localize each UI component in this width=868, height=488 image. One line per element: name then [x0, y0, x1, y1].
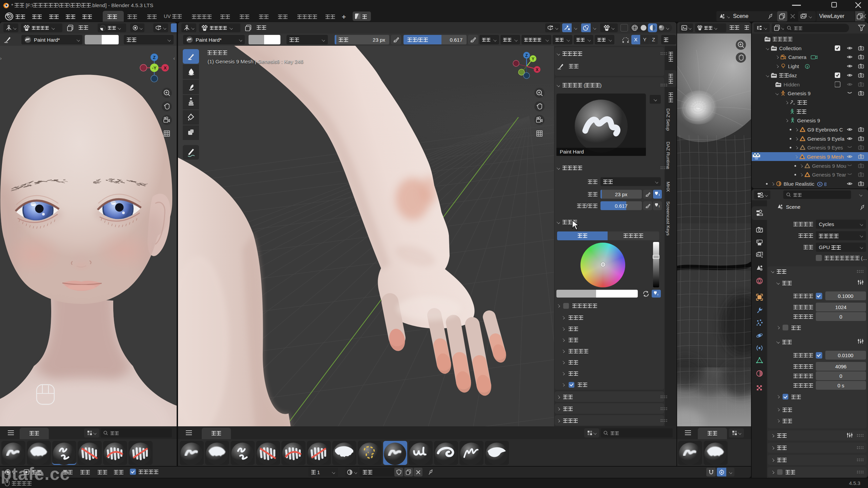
svg-text:X: X [536, 67, 538, 72]
svg-text:!: ! [659, 205, 660, 208]
svg-text:Z: Z [525, 53, 528, 58]
svg-text:Z: Z [153, 55, 156, 60]
svg-text:!: ! [659, 193, 660, 197]
svg-text:!: ! [657, 293, 658, 296]
svg-text:X: X [164, 65, 167, 70]
svg-text:-Y: -Y [152, 65, 157, 70]
svg-text:Y: Y [532, 57, 534, 61]
